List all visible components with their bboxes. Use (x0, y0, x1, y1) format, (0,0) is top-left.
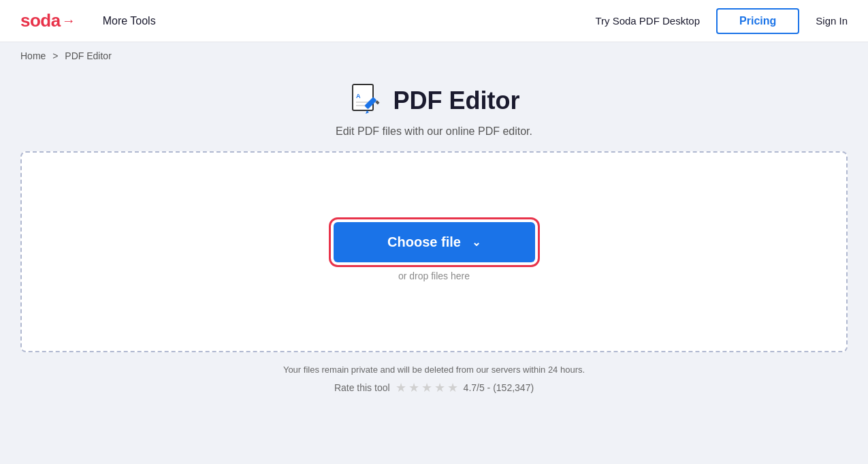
chevron-down-icon: ⌄ (472, 236, 481, 249)
main-content: A PDF Editor Edit PDF files with our onl… (0, 69, 868, 416)
logo-text: soda (20, 10, 61, 31)
signin-link[interactable]: Sign In (816, 15, 848, 27)
rate-label: Rate this tool (334, 382, 390, 393)
breadcrumb-home[interactable]: Home (20, 50, 46, 61)
breadcrumb-separator: > (52, 50, 58, 61)
logo[interactable]: soda → (20, 10, 76, 31)
drop-zone[interactable]: Choose file ⌄ or drop files here (20, 151, 848, 352)
footer-info: Your files remain private and will be de… (283, 365, 585, 395)
star-1: ★ (396, 380, 406, 395)
breadcrumb-current: PDF Editor (65, 50, 111, 61)
star-5: ★ (447, 380, 458, 395)
pdf-editor-icon: A (349, 83, 384, 119)
rating-row: Rate this tool ★ ★ ★ ★ ★ 4.7/5 - (152,34… (334, 380, 534, 395)
svg-text:A: A (356, 93, 361, 99)
star-2: ★ (408, 380, 419, 395)
rating-score: 4.7/5 - (152,347) (464, 382, 534, 393)
nav-more-tools[interactable]: More Tools (103, 15, 156, 27)
page-title: PDF Editor (393, 87, 520, 115)
header-right: Try Soda PDF Desktop Pricing Sign In (595, 8, 848, 34)
breadcrumb-bar: Home > PDF Editor (0, 42, 868, 69)
choose-file-button[interactable]: Choose file ⌄ (334, 222, 535, 262)
page-header: A PDF Editor (349, 83, 520, 119)
privacy-notice: Your files remain private and will be de… (283, 365, 585, 375)
choose-file-wrapper: Choose file ⌄ (334, 222, 535, 262)
page-subtitle: Edit PDF files with our online PDF edito… (336, 125, 532, 138)
pricing-button[interactable]: Pricing (716, 8, 799, 34)
breadcrumb: Home > PDF Editor (20, 50, 848, 61)
header: soda → More Tools Try Soda PDF Desktop P… (0, 0, 868, 42)
choose-file-label: Choose file (387, 234, 461, 250)
logo-arrow-icon: → (62, 13, 76, 29)
star-3: ★ (421, 380, 432, 395)
star-4: ★ (434, 380, 445, 395)
try-desktop-link[interactable]: Try Soda PDF Desktop (595, 15, 700, 27)
star-rating[interactable]: ★ ★ ★ ★ ★ (396, 380, 458, 395)
drop-hint: or drop files here (398, 270, 470, 281)
